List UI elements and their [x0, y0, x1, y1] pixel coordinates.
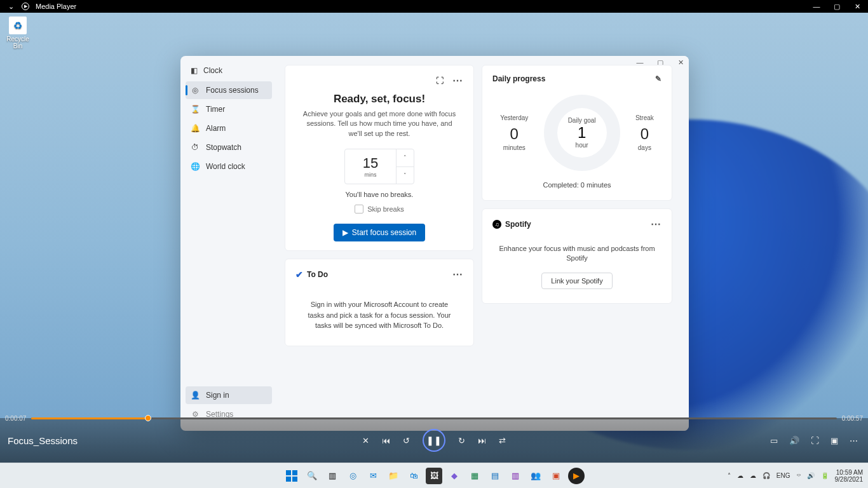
- tray-chevron-icon[interactable]: ˄: [728, 472, 731, 479]
- todo-body: Sign in with your Microsoft Account to c…: [295, 299, 463, 331]
- speaker-icon[interactable]: 🔊: [807, 472, 815, 479]
- mail-icon[interactable]: ✉: [365, 468, 381, 484]
- seek-progress: [31, 417, 148, 419]
- timer-label: Timer: [206, 105, 225, 114]
- sidebar-item-stopwatch[interactable]: ⏱ Stopwatch: [186, 139, 272, 156]
- media-player-taskbar-icon[interactable]: ▶: [568, 468, 585, 484]
- seek-bar-row: 0:00:07 0:00:57: [0, 412, 868, 424]
- edit-icon[interactable]: ✎: [655, 74, 661, 83]
- check-icon: ✔: [295, 269, 303, 280]
- tray-date: 9/28/2021: [835, 476, 864, 483]
- more-icon[interactable]: ⋯: [452, 268, 463, 280]
- sidebar-item-world-clock[interactable]: 🌐 World clock: [186, 158, 272, 175]
- start-button[interactable]: [283, 468, 300, 484]
- close-button[interactable]: ✕: [853, 3, 862, 11]
- wifi-icon[interactable]: ⌔: [797, 472, 801, 479]
- more-icon[interactable]: ⋯: [850, 436, 858, 445]
- repeat-icon[interactable]: ⇄: [499, 436, 506, 445]
- duration-value: 15: [363, 155, 378, 172]
- svg-rect-3: [292, 477, 297, 482]
- onenote-icon[interactable]: ▥: [507, 468, 524, 484]
- chevron-down-icon: ˅: [403, 172, 407, 179]
- world-clock-label: World clock: [206, 162, 245, 171]
- clock-close-button[interactable]: ✕: [676, 58, 685, 67]
- weather-icon[interactable]: ☁: [750, 472, 756, 479]
- streak-value: 0: [635, 125, 654, 143]
- search-icon[interactable]: 🔍: [304, 468, 320, 484]
- focus-label: Focus sessions: [206, 86, 259, 95]
- media-title: Focus_Sessions: [8, 435, 78, 446]
- spotify-icon: ♫: [492, 220, 501, 229]
- taskbar: 🔍 ▥ ◎ ✉ 📁 🛍 🖼 ◆ ▦ ▤ ▥ 👥 ▣ ▶ ˄ ☁ ☁ 🎧 ENG …: [0, 463, 868, 488]
- sidebar-item-alarm[interactable]: 🔔 Alarm: [186, 119, 272, 137]
- recycle-icon: ♻: [9, 17, 27, 34]
- alarm-label: Alarm: [206, 124, 226, 133]
- yesterday-unit: minutes: [500, 144, 528, 151]
- streak-stat: Streak 0 days: [635, 114, 654, 151]
- teams-icon[interactable]: 👥: [527, 468, 544, 484]
- language-indicator[interactable]: ENG: [776, 472, 790, 479]
- chevron-up-icon: ˄: [403, 154, 407, 161]
- previous-icon[interactable]: ⏮: [382, 436, 390, 445]
- powerpoint-icon[interactable]: ▣: [548, 468, 564, 484]
- task-view-icon[interactable]: ▥: [324, 468, 341, 484]
- todo-title: To Do: [307, 270, 328, 279]
- fullscreen-icon[interactable]: ⛶: [811, 436, 819, 445]
- svg-rect-0: [286, 470, 291, 475]
- store-icon[interactable]: 🛍: [405, 468, 422, 484]
- spotify-body: Enhance your focus with music and podcas…: [492, 244, 661, 264]
- sidebar-item-timer[interactable]: ⌛ Timer: [186, 100, 272, 118]
- outlook-icon[interactable]: ▤: [487, 468, 503, 484]
- minimize-button[interactable]: ―: [812, 3, 821, 11]
- stopwatch-label: Stopwatch: [206, 143, 241, 152]
- sign-in-button[interactable]: 👤 Sign in: [186, 386, 272, 404]
- forward-icon[interactable]: ↻: [458, 436, 465, 445]
- chevron-down-icon[interactable]: ⌄: [6, 3, 15, 11]
- pause-button[interactable]: ❚❚: [423, 429, 445, 452]
- start-focus-button[interactable]: ▶ Start focus session: [334, 224, 425, 241]
- more-icon[interactable]: ⋯: [651, 218, 661, 230]
- progress-ring: Daily goal 1 hour: [544, 95, 620, 171]
- yesterday-stat: Yesterday 0 minutes: [500, 114, 528, 151]
- seek-thumb[interactable]: [145, 415, 151, 421]
- explorer-icon[interactable]: 📁: [385, 468, 402, 484]
- link-spotify-button[interactable]: Link your Spotify: [541, 273, 612, 289]
- next-icon[interactable]: ⏭: [478, 436, 486, 445]
- edge-icon[interactable]: ◎: [344, 468, 361, 484]
- globe-icon: 🌐: [191, 162, 200, 171]
- completed-text: Completed: 0 minutes: [492, 181, 661, 189]
- battery-icon[interactable]: 🔋: [821, 472, 829, 479]
- clock-app-icon: ◧: [189, 66, 198, 75]
- clock-tray[interactable]: 10:59 AM 9/28/2021: [835, 469, 864, 483]
- miniplayer-icon[interactable]: ▣: [831, 436, 838, 445]
- maximize-button[interactable]: ▢: [832, 3, 841, 11]
- headphones-icon[interactable]: 🎧: [763, 472, 770, 479]
- skip-breaks-row: Skip breaks: [295, 205, 463, 214]
- person-icon: 👤: [191, 391, 200, 400]
- daily-progress-card: Daily progress ✎ Yesterday 0 minutes Dai…: [482, 65, 672, 201]
- streak-unit: days: [635, 144, 654, 151]
- goal-value: 1: [578, 124, 586, 142]
- shuffle-icon[interactable]: ✕: [362, 436, 369, 445]
- sidebar-item-focus-sessions[interactable]: ◎ Focus sessions: [186, 81, 272, 99]
- excel-icon[interactable]: ▦: [466, 468, 483, 484]
- volume-icon[interactable]: 🔊: [789, 436, 799, 445]
- target-icon: ◎: [191, 86, 200, 95]
- rewind-icon[interactable]: ↺: [403, 436, 410, 445]
- expand-icon[interactable]: ⛶: [436, 76, 444, 85]
- seek-track[interactable]: [31, 417, 836, 419]
- recycle-bin-icon[interactable]: ♻ Recycle Bin: [4, 17, 32, 50]
- taskbar-apps: 🔍 ▥ ◎ ✉ 📁 🛍 🖼 ◆ ▦ ▤ ▥ 👥 ▣ ▶: [283, 468, 585, 484]
- clock-window: ― ▢ ✕ ◧ Clock ◎ Focus sessions ⌛ Timer 🔔…: [180, 56, 689, 431]
- cast-icon[interactable]: ▭: [770, 436, 778, 445]
- more-icon[interactable]: ⋯: [452, 74, 463, 86]
- pause-icon: ❚❚: [426, 435, 442, 445]
- obsidian-icon[interactable]: ◆: [446, 468, 463, 484]
- duration-up-button[interactable]: ˄: [397, 149, 414, 167]
- start-focus-label: Start focus session: [352, 228, 416, 237]
- duration-down-button[interactable]: ˅: [397, 167, 414, 184]
- sign-in-label: Sign in: [206, 391, 229, 400]
- onedrive-icon[interactable]: ☁: [737, 472, 743, 479]
- photos-icon[interactable]: 🖼: [426, 468, 442, 484]
- skip-breaks-checkbox[interactable]: [355, 205, 363, 214]
